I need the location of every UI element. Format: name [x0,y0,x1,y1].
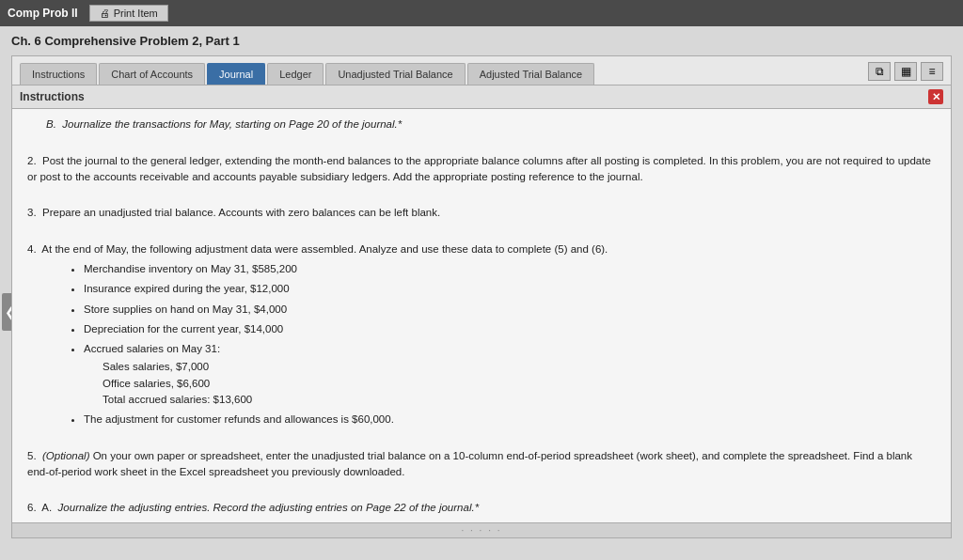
tab-journal[interactable]: Journal [207,63,265,85]
panel-content[interactable]: B. Journalize the transactions for May, … [12,109,951,522]
main-container: Ch. 6 Comprehensive Problem 2, Part 1 In… [0,26,963,560]
sub-bullets: Sales salaries, $7,000 Office salaries, … [103,359,936,408]
page-title: Ch. 6 Comprehensive Problem 2, Part 1 [11,34,952,48]
tabs-right: ⧉ ▦ ≡ [868,62,943,85]
sub-bullet-1: Sales salaries, $7,000 [103,359,936,375]
instruction-5: 5. (Optional) On your own paper or sprea… [27,448,936,481]
resize-handle-icon: · · · · · [461,525,501,536]
content-panel: Instructions ✕ B. Journalize the transac… [11,85,952,538]
table-icon-button[interactable]: ▦ [894,62,917,81]
print-item-button[interactable]: 🖨 Print Item [89,5,168,22]
instruction-4-list: Merchandise inventory on May 31, $585,20… [61,261,936,428]
tab-ledger[interactable]: Ledger [267,63,324,85]
printer-icon: 🖨 [100,8,110,19]
bullet-3: Store supplies on hand on May 31, $4,000 [84,302,936,318]
list-icon-button[interactable]: ≡ [921,62,943,81]
sub-bullet-2: Office salaries, $6,600 [103,376,936,392]
bullet-6: The adjustment for customer refunds and … [84,412,936,428]
app-title: Comp Prob II [8,7,78,20]
title-bar: Comp Prob II 🖨 Print Item [0,0,963,26]
panel-header: Instructions ✕ [12,86,951,109]
close-button[interactable]: ✕ [928,89,943,104]
bullet-5: Accrued salaries on May 31: Sales salari… [84,341,936,408]
bullet-2: Insurance expired during the year, $12,0… [84,281,936,297]
bottom-handle[interactable]: · · · · · [12,522,951,537]
sub-bullet-3: Total accrued salaries: $13,600 [103,392,936,408]
tabs-container: Instructions Chart of Accounts Journal L… [11,55,952,85]
tabs-left: Instructions Chart of Accounts Journal L… [20,63,594,85]
tab-chart-of-accounts[interactable]: Chart of Accounts [99,63,205,85]
tab-adjusted-trial-balance[interactable]: Adjusted Trial Balance [467,63,594,85]
bullet-4: Depreciation for the current year, $14,0… [84,321,936,337]
instruction-3: 3. Prepare an unadjusted trial balance. … [27,205,936,221]
panel-title: Instructions [20,90,85,103]
tab-instructions[interactable]: Instructions [20,63,97,85]
instruction-b: B. Journalize the transactions for May, … [46,117,936,132]
instruction-6-a: 6. A. Journalize the adjusting entries. … [27,500,936,516]
copy-icon-button[interactable]: ⧉ [868,62,891,81]
bullet-1: Merchandise inventory on May 31, $585,20… [84,261,936,277]
instruction-2: 2. Post the journal to the general ledge… [27,153,936,186]
outer-wrapper: ❮ Instructions ✕ B. Journalize the trans… [11,85,952,538]
tab-unadjusted-trial-balance[interactable]: Unadjusted Trial Balance [325,63,465,85]
instruction-4: 4. At the end of May, the following adju… [27,241,936,257]
